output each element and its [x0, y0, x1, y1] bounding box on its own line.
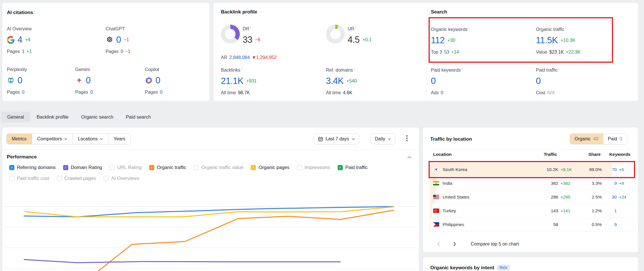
pages-delta: +1: [26, 49, 32, 54]
toggle-organic[interactable]: Organic40: [570, 134, 603, 144]
metric-value[interactable]: 0: [86, 75, 91, 86]
checkbox-organic-pages[interactable]: Organic pages: [251, 165, 289, 170]
compare-top-5-link[interactable]: Compare top 5 on chart: [471, 241, 519, 247]
metric-label: Backlinksi: [221, 67, 316, 73]
pages-value[interactable]: 0: [90, 90, 93, 95]
top3-value[interactable]: 53: [444, 50, 449, 55]
chevron-down-icon: [388, 138, 391, 140]
metric-value[interactable]: 112: [431, 35, 445, 46]
checkbox-box: [338, 165, 343, 170]
granularity-button[interactable]: Daily: [371, 133, 395, 144]
traffic-value: 286: [532, 195, 558, 200]
flag-turkey-icon: [433, 209, 439, 213]
info-icon[interactable]: i: [34, 9, 35, 13]
checkbox-label: Organic traffic value: [201, 165, 243, 170]
info-icon[interactable]: i: [558, 67, 559, 70]
checkbox-paid-traffic-cost[interactable]: Paid traffic cost: [9, 176, 49, 181]
pages-value[interactable]: 1: [22, 49, 24, 54]
checkbox-ai-overviews[interactable]: AI Overviews: [104, 176, 139, 181]
traffic-value: 382: [532, 181, 558, 186]
metric-value[interactable]: 4: [17, 35, 22, 45]
metric-backlinks: Backlinksi 21.1K+931 All time98.7K: [221, 67, 316, 95]
chatgpt-icon: [106, 36, 113, 44]
checkbox-referring-domains[interactable]: Referring domains: [9, 165, 56, 170]
kebab-menu-icon[interactable]: [406, 135, 408, 137]
tab-organic-search[interactable]: Organic search: [75, 112, 120, 122]
date-range-button[interactable]: Last 7 days: [314, 133, 359, 144]
checkbox-organic-traffic[interactable]: Organic traffic: [149, 165, 186, 170]
next-page-button[interactable]: [450, 239, 460, 249]
top3-label: Top 3: [431, 50, 442, 55]
metric-gemini: Gemini 0 Pages0: [75, 67, 138, 95]
location-name: India: [443, 181, 452, 186]
checkbox-box: [9, 165, 14, 170]
location-row-turkey[interactable]: Turkey 143 +141 1.2% 1: [430, 204, 634, 218]
metric-delta: +0.1: [363, 37, 372, 42]
segment-years[interactable]: Years: [108, 134, 130, 144]
segment-competitors[interactable]: Competitors: [32, 134, 73, 144]
alltime-value: 98.7K: [238, 90, 250, 95]
metric-value[interactable]: 11.5K: [536, 35, 558, 46]
location-row-south-korea[interactable]: South Korea 10.2K +9.1K 89.0% 70 +6: [430, 163, 634, 176]
tab-general[interactable]: General: [1, 112, 30, 122]
ar-value[interactable]: 2,848,084: [229, 55, 250, 60]
info-icon[interactable]: i: [468, 26, 469, 30]
info-icon[interactable]: i: [250, 26, 251, 29]
prev-page-button[interactable]: [434, 239, 443, 249]
metric-value[interactable]: 0: [155, 75, 160, 86]
pages-value[interactable]: 0: [120, 49, 123, 54]
location-row-india[interactable]: India 382 +382 3.3% 9 +8: [430, 176, 634, 190]
checkbox-impressions[interactable]: Impressions: [297, 165, 330, 170]
info-icon[interactable]: i: [462, 67, 462, 70]
info-icon[interactable]: i: [355, 26, 356, 29]
checkbox-url-rating[interactable]: URL Rating: [110, 165, 142, 170]
metric-value[interactable]: 0: [536, 76, 541, 86]
metric-value[interactable]: 0: [116, 35, 121, 45]
info-icon[interactable]: i: [565, 26, 566, 30]
value-label: Value: [536, 50, 547, 55]
performance-checkbox-row-1: Referring domains Domain Rating URL Rati…: [9, 165, 367, 170]
segment-locations[interactable]: Locations: [73, 134, 109, 144]
pages-value[interactable]: 0: [160, 90, 162, 95]
keywords-value[interactable]: 1: [602, 208, 617, 213]
keywords-value[interactable]: 9: [602, 222, 617, 227]
view-segments: Metrics Competitors Locations Years: [6, 133, 131, 144]
checkbox-paid-traffic[interactable]: Paid traffic: [338, 165, 368, 170]
metric-ur: URi 4.5+0.1: [348, 26, 419, 46]
metric-value[interactable]: 3.4K: [326, 76, 344, 86]
performance-chart[interactable]: [2, 185, 419, 271]
keywords-value[interactable]: 70: [602, 167, 617, 172]
metric-value[interactable]: 0: [431, 76, 436, 86]
collapse-chevron-up-icon[interactable]: [407, 156, 412, 159]
segment-metrics[interactable]: Metrics: [7, 134, 32, 144]
chevron-right-icon: [453, 242, 456, 246]
col-traffic: Traffic: [531, 152, 557, 157]
metric-value[interactable]: 21.1K: [221, 76, 244, 86]
toggle-paid[interactable]: Paid0: [603, 134, 627, 144]
ads-value[interactable]: 0: [441, 90, 443, 95]
traffic-delta: +285: [561, 195, 579, 199]
checkbox-crawled-pages[interactable]: Crawled pages: [57, 176, 96, 181]
location-row-philippines[interactable]: Philippines 58 0.5% 9: [430, 218, 634, 231]
metric-label: Copilot: [145, 67, 205, 72]
keywords-value[interactable]: 9: [602, 181, 617, 186]
location-row-united-states[interactable]: United States 286 +285 2.5% 30 +24: [430, 190, 634, 204]
share-value: 3.3%: [579, 181, 602, 186]
metric-delta: +10.3K: [561, 38, 575, 43]
share-value: 0.5%: [579, 222, 602, 227]
metric-value[interactable]: 0: [17, 75, 22, 86]
metric-organic-keywords: Organic keywordsi 112+30 Top 353+14: [431, 26, 526, 55]
info-icon[interactable]: i: [241, 67, 242, 70]
metric-label: Gemini: [75, 67, 138, 72]
info-icon[interactable]: i: [354, 67, 354, 70]
checkbox-organic-traffic-value[interactable]: Organic traffic value: [194, 165, 243, 170]
pages-value[interactable]: 0: [22, 90, 24, 95]
tab-paid-search[interactable]: Paid search: [120, 112, 157, 122]
metric-delta: −1: [124, 37, 129, 42]
location-table-header: Location Traffic Share Keywords: [430, 152, 634, 157]
checkbox-domain-rating[interactable]: Domain Rating: [63, 165, 102, 170]
tab-backlink-profile[interactable]: Backlink profile: [30, 112, 75, 122]
chevron-down-icon: [64, 138, 67, 140]
col-share: Share: [578, 152, 601, 157]
keywords-value[interactable]: 30: [602, 195, 617, 200]
